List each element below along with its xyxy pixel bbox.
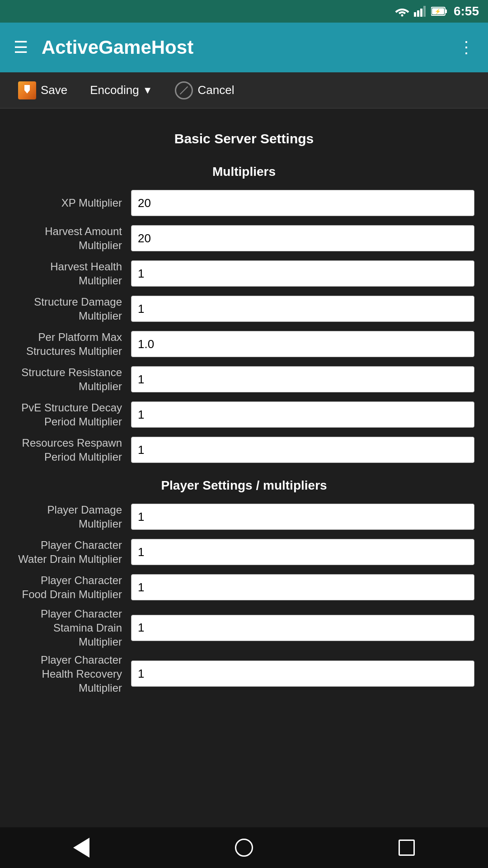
row-player-damage: Player Damage Multiplier — [14, 501, 474, 533]
row-harvest-amount: Harvest Amount Multiplier — [14, 222, 474, 254]
status-icons: ⚡ — [395, 6, 447, 17]
svg-point-0 — [401, 14, 403, 17]
bottom-navigation — [0, 827, 488, 868]
label-structure-resistance: Structure Resistance Multiplier — [14, 365, 131, 393]
label-structure-damage: Structure Damage Multiplier — [14, 295, 131, 323]
label-water-drain: Player Character Water Drain Multiplier — [14, 538, 131, 566]
input-pve-decay[interactable] — [131, 401, 474, 428]
svg-rect-4 — [423, 6, 426, 17]
input-xp-multiplier[interactable] — [131, 190, 474, 216]
input-resources-respawn[interactable] — [131, 437, 474, 463]
row-pve-decay: PvE Structure Decay Period Multiplier — [14, 399, 474, 430]
app-title: ActiveGameHost — [42, 37, 445, 58]
app-bar: ☰ ActiveGameHost ⋮ — [0, 23, 488, 72]
row-structure-damage: Structure Damage Multiplier — [14, 293, 474, 325]
row-water-drain: Player Character Water Drain Multiplier — [14, 536, 474, 568]
row-resources-respawn: Resources Respawn Period Multiplier — [14, 434, 474, 466]
more-options-button[interactable]: ⋮ — [458, 38, 474, 57]
wifi-icon — [395, 6, 409, 17]
label-resources-respawn: Resources Respawn Period Multiplier — [14, 436, 131, 464]
row-xp-multiplier: XP Multiplier — [14, 187, 474, 219]
dropdown-arrow-icon: ▼ — [143, 85, 153, 96]
row-per-platform: Per Platform Max Structures Multiplier — [14, 328, 474, 360]
input-food-drain[interactable] — [131, 574, 474, 600]
label-xp-multiplier: XP Multiplier — [14, 196, 131, 210]
row-stamina-drain: Player Character Stamina Drain Multiplie… — [14, 607, 474, 649]
label-per-platform: Per Platform Max Structures Multiplier — [14, 330, 131, 358]
hamburger-menu-button[interactable]: ☰ — [14, 38, 28, 57]
input-water-drain[interactable] — [131, 539, 474, 565]
signal-icon — [414, 6, 427, 17]
battery-icon: ⚡ — [431, 6, 447, 16]
multipliers-header: Multipliers — [14, 156, 474, 184]
label-food-drain: Player Character Food Drain Multiplier — [14, 573, 131, 601]
player-settings-header: Player Settings / multipliers — [14, 469, 474, 497]
section-title: Basic Server Settings — [14, 118, 474, 156]
cancel-button[interactable]: Cancel — [166, 77, 243, 104]
svg-rect-2 — [417, 10, 419, 17]
input-stamina-drain[interactable] — [131, 615, 474, 641]
save-label: Save — [41, 83, 67, 97]
row-structure-resistance: Structure Resistance Multiplier — [14, 363, 474, 395]
input-structure-resistance[interactable] — [131, 366, 474, 392]
status-bar: ⚡ 6:55 — [0, 0, 488, 23]
input-per-platform[interactable] — [131, 331, 474, 357]
content-area: Basic Server Settings Multipliers XP Mul… — [0, 108, 488, 827]
label-harvest-amount: Harvest Amount Multiplier — [14, 224, 131, 252]
cancel-icon — [175, 81, 193, 99]
home-icon — [235, 839, 253, 857]
encoding-button[interactable]: Encoding ▼ — [81, 79, 161, 102]
cancel-label: Cancel — [197, 83, 234, 97]
toolbar: Save Encoding ▼ Cancel — [0, 72, 488, 108]
input-harvest-health[interactable] — [131, 260, 474, 287]
svg-rect-1 — [414, 12, 416, 17]
svg-rect-6 — [445, 9, 447, 13]
back-button[interactable] — [63, 830, 99, 866]
input-structure-damage[interactable] — [131, 296, 474, 322]
save-button[interactable]: Save — [9, 77, 76, 104]
label-stamina-drain: Player Character Stamina Drain Multiplie… — [14, 607, 131, 649]
back-icon — [73, 838, 89, 858]
home-button[interactable] — [226, 830, 262, 866]
row-food-drain: Player Character Food Drain Multiplier — [14, 571, 474, 603]
label-pve-decay: PvE Structure Decay Period Multiplier — [14, 401, 131, 429]
save-icon — [18, 81, 36, 99]
input-harvest-amount[interactable] — [131, 225, 474, 251]
svg-text:⚡: ⚡ — [435, 8, 441, 14]
encoding-label: Encoding — [90, 83, 139, 97]
row-harvest-health: Harvest Health Multiplier — [14, 258, 474, 289]
status-time: 6:55 — [454, 4, 479, 19]
row-health-recovery: Player Character Health Recovery Multipl… — [14, 653, 474, 695]
input-player-damage[interactable] — [131, 504, 474, 530]
label-health-recovery: Player Character Health Recovery Multipl… — [14, 653, 131, 695]
recents-icon — [399, 840, 415, 856]
svg-rect-3 — [420, 9, 422, 17]
label-harvest-health: Harvest Health Multiplier — [14, 259, 131, 288]
input-health-recovery[interactable] — [131, 660, 474, 687]
label-player-damage: Player Damage Multiplier — [14, 503, 131, 531]
recents-button[interactable] — [389, 830, 425, 866]
